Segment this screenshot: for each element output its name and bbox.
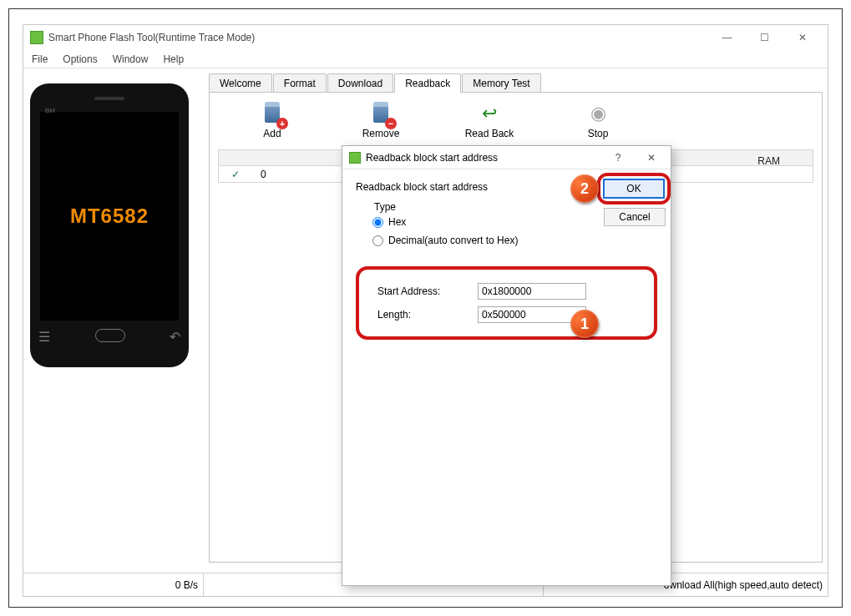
radio-dec-input[interactable] [372, 235, 383, 246]
tab-memory-test[interactable]: Memory Test [462, 73, 540, 93]
row-checkbox[interactable]: ✓ [219, 169, 252, 180]
dialog-help-button[interactable]: ? [605, 152, 631, 164]
phone-speaker [94, 97, 124, 100]
tabstrip: Welcome Format Download Readback Memory … [205, 73, 828, 93]
menu-file[interactable]: File [32, 53, 48, 65]
app-icon [30, 31, 43, 44]
remove-icon: − [368, 101, 393, 126]
menu-options[interactable]: Options [63, 53, 97, 65]
titlebar: Smart Phone Flash Tool(Runtime Trace Mod… [23, 25, 828, 50]
window-title: Smart Phone Flash Tool(Runtime Trace Mod… [48, 32, 255, 43]
stop-label: Stop [588, 128, 609, 139]
start-address-field[interactable] [478, 283, 586, 300]
tab-download[interactable]: Download [327, 73, 393, 93]
ok-button[interactable]: OK [603, 179, 665, 199]
phone-model: MT6582 [70, 204, 149, 228]
phone-back-icon: ↶ [170, 329, 180, 345]
annotation-badge-1: 1 [570, 310, 599, 338]
menubar: File Options Window Help [23, 50, 828, 68]
remove-button[interactable]: − Remove [352, 101, 410, 139]
radio-hex-label: Hex [388, 216, 406, 228]
minimize-button[interactable]: — [708, 26, 746, 49]
start-address-label: Start Address: [377, 285, 469, 297]
radio-dec-label: Decimal(auto convert to Hex) [388, 235, 518, 246]
annotation-badge-2: 2 [570, 174, 599, 203]
ok-highlight-box: OK [597, 173, 671, 204]
radio-hex-input[interactable] [372, 217, 383, 228]
type-legend: Type [372, 201, 398, 213]
phone-preview: BM MT6582 ☰ ↶ [30, 83, 189, 367]
dialog-icon [349, 152, 361, 164]
length-label: Length: [377, 309, 469, 321]
menu-help[interactable]: Help [163, 53, 184, 65]
phone-home-icon [95, 329, 125, 342]
dialog-titlebar: Readback block start address ? ✕ [342, 146, 671, 169]
phone-screen: MT6582 [40, 112, 179, 321]
add-icon: + [260, 101, 285, 126]
dialog-close-button[interactable]: ✕ [639, 152, 664, 164]
tab-format[interactable]: Format [273, 73, 327, 93]
tab-welcome[interactable]: Welcome [209, 73, 272, 93]
readback-icon: ↩ [477, 101, 502, 126]
stop-button[interactable]: ◉ Stop [569, 101, 627, 139]
address-highlight-box: Start Address: Length: [356, 266, 657, 340]
phone-bm-label: BM [45, 107, 55, 114]
maximize-button[interactable]: ☐ [746, 26, 783, 49]
cancel-button[interactable]: Cancel [604, 208, 666, 226]
add-button[interactable]: + Add [243, 101, 301, 139]
close-button[interactable]: ✕ [783, 26, 821, 49]
status-speed: 0 B/s [23, 573, 204, 596]
remove-label: Remove [362, 128, 400, 139]
menu-window[interactable]: Window [113, 53, 149, 65]
readback-label: Read Back [465, 128, 514, 139]
tab-readback[interactable]: Readback [394, 73, 461, 93]
phone-menu-icon: ☰ [38, 329, 50, 345]
phone-nav: ☰ ↶ [38, 329, 180, 345]
add-label: Add [263, 128, 281, 139]
radio-dec[interactable]: Decimal(auto convert to Hex) [372, 235, 652, 246]
readback-button[interactable]: ↩ Read Back [460, 101, 519, 139]
dialog-title: Readback block start address [366, 152, 498, 164]
row-region: RAM [757, 155, 780, 167]
stop-icon: ◉ [585, 101, 610, 126]
